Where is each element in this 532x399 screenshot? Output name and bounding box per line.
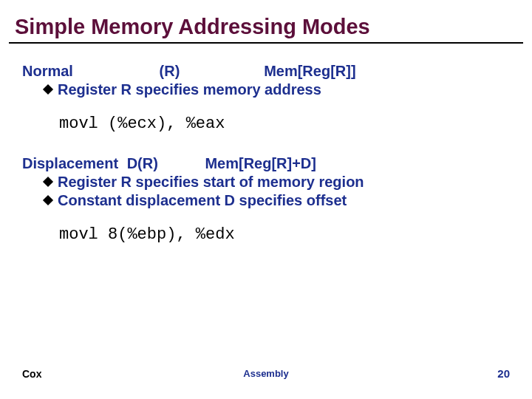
mode-normal-bullet-1: Register R specifies memory address <box>22 81 510 98</box>
mode-meaning: Mem[Reg[R]+D] <box>205 155 316 171</box>
bullet-text: Register R specifies memory address <box>58 81 321 98</box>
mode-syntax: D(R) <box>127 155 158 171</box>
mode-meaning: Mem[Reg[R]] <box>264 63 355 80</box>
mode-displacement-header: Displacement D(R) Mem[Reg[R]+D] <box>22 155 510 172</box>
mode-name: Displacement <box>22 155 118 171</box>
mode-normal-header: Normal (R) Mem[Reg[R]] <box>22 63 510 80</box>
slide-footer: Cox Assembly 20 <box>0 367 532 380</box>
diamond-bullet-icon <box>43 177 53 187</box>
bullet-text: Register R specifies start of memory reg… <box>58 174 364 190</box>
slide-content: Normal (R) Mem[Reg[R]] Register R specif… <box>0 44 532 244</box>
footer-topic: Assembly <box>243 368 288 379</box>
bullet-text: Constant displacement D specifies offset <box>58 192 347 208</box>
slide-title: Simple Memory Addressing Modes <box>0 0 532 42</box>
footer-author: Cox <box>22 368 41 380</box>
mode-name: Normal <box>22 63 155 80</box>
mode-displacement-bullet-2: Constant displacement D specifies offset <box>22 192 510 209</box>
diamond-bullet-icon <box>43 195 53 205</box>
footer-page-number: 20 <box>497 367 510 380</box>
mode-normal-code: movl (%ecx), %eax <box>22 115 510 133</box>
diamond-bullet-icon <box>43 84 53 95</box>
mode-displacement-code: movl 8(%ebp), %edx <box>22 225 510 244</box>
mode-syntax: (R) <box>160 63 260 80</box>
mode-displacement-bullet-1: Register R specifies start of memory reg… <box>22 174 510 191</box>
